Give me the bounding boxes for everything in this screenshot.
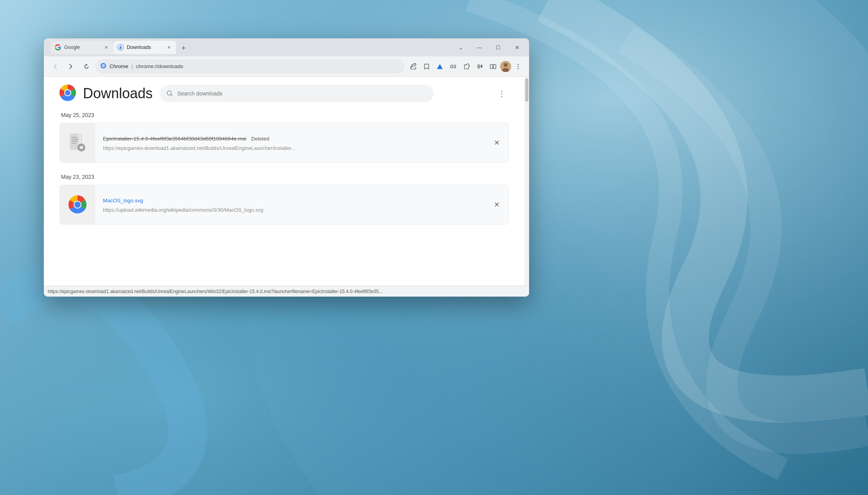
svg-rect-9 — [481, 65, 483, 67]
page-title: Downloads — [83, 85, 153, 102]
svg-rect-11 — [493, 64, 496, 68]
item-filename-epic: EpicInstaller-15.4.0-4feef6f3e3564bf38d4… — [103, 136, 246, 142]
item-header-macos: MacOS_logo.svg — [103, 197, 482, 204]
search-icon — [166, 90, 173, 97]
download-item-macos: MacOS_logo.svg https://upload.wikimedia.… — [59, 185, 509, 225]
item-url-epic: https://epicgames-download1.akamaized.ne… — [103, 145, 369, 151]
share-button[interactable] — [407, 60, 420, 73]
date-label-may25: May 25, 2023 — [59, 112, 509, 118]
svg-rect-32 — [78, 147, 80, 148]
svg-rect-6 — [477, 65, 480, 65]
date-section-may25: May 25, 2023 — [59, 112, 509, 163]
download-item-epic: EpicInstaller-15.4.0-4feef6f3e3564bf38d4… — [59, 123, 509, 163]
item-status-epic: Deleted — [251, 136, 270, 142]
svg-rect-31 — [81, 149, 82, 150]
scrollbar-track[interactable] — [524, 77, 529, 286]
page-content: Downloads ⋮ May 25, 2023 — [44, 77, 524, 286]
status-bar: https://epicgames-download1.akamaized.ne… — [44, 286, 529, 297]
svg-rect-5 — [454, 65, 456, 68]
item-icon-macos — [60, 185, 95, 224]
atriangle-button[interactable] — [434, 60, 446, 73]
scrollbar-thumb[interactable] — [525, 78, 528, 102]
date-section-may23: May 23, 2023 — [59, 174, 509, 225]
chrome-menu-button[interactable] — [512, 60, 524, 73]
tab-downloads[interactable]: Downloads ✕ — [113, 41, 176, 54]
downloads-favicon-icon — [117, 44, 124, 50]
svg-point-15 — [518, 64, 519, 65]
svg-point-16 — [518, 66, 519, 67]
svg-point-36 — [74, 202, 81, 208]
main-content: Downloads ⋮ May 25, 2023 — [44, 77, 529, 286]
chevron-down-button[interactable]: ⌄ — [452, 41, 470, 54]
minimize-button[interactable]: — — [470, 41, 488, 54]
search-bar[interactable] — [160, 85, 434, 102]
toolbar: Chrome | chrome://downloads — [44, 56, 529, 77]
extensions-button[interactable] — [460, 60, 473, 73]
downloads-tab-title: Downloads — [127, 45, 162, 50]
bookmark-button[interactable] — [420, 60, 433, 73]
google-favicon-icon — [55, 44, 61, 50]
browser-window: Google ✕ Downloads ✕ + ⌄ — — [44, 38, 529, 297]
item-header-epic: EpicInstaller-15.4.0-4feef6f3e3564bf38d4… — [103, 135, 482, 142]
new-tab-button[interactable]: + — [178, 42, 189, 54]
svg-point-3 — [101, 63, 106, 68]
item-close-button-epic[interactable]: ✕ — [490, 136, 504, 150]
maximize-button[interactable]: ☐ — [489, 41, 507, 54]
split-view-button[interactable] — [487, 60, 499, 73]
bracket-button[interactable] — [447, 60, 459, 73]
back-button[interactable] — [49, 60, 62, 73]
close-button[interactable]: ✕ — [508, 41, 526, 54]
item-close-button-macos[interactable]: ✕ — [490, 198, 504, 212]
address-separator: | — [131, 63, 133, 69]
item-details-epic: EpicInstaller-15.4.0-4feef6f3e3564bf38d4… — [95, 128, 490, 158]
svg-rect-26 — [72, 141, 78, 142]
svg-rect-25 — [72, 139, 79, 140]
svg-rect-10 — [490, 64, 493, 68]
chrome-file-icon — [68, 195, 87, 214]
chrome-logo-icon — [59, 85, 76, 103]
svg-rect-27 — [72, 143, 76, 144]
profile-avatar[interactable] — [500, 61, 511, 72]
search-input[interactable] — [177, 90, 427, 97]
reload-button[interactable] — [80, 60, 93, 73]
svg-rect-33 — [83, 147, 85, 148]
status-bar-url: https://epicgames-download1.akamaized.ne… — [48, 289, 383, 294]
page-header: Downloads ⋮ — [59, 85, 509, 103]
svg-rect-24 — [72, 137, 77, 138]
forward-button[interactable] — [64, 60, 77, 73]
svg-rect-7 — [477, 66, 480, 67]
tabs-area: Google ✕ Downloads ✕ + — [47, 41, 452, 54]
list-button[interactable] — [474, 60, 486, 73]
svg-point-20 — [65, 90, 70, 95]
toolbar-actions — [407, 60, 524, 73]
msi-file-icon — [68, 133, 87, 153]
address-site-name: Chrome — [110, 63, 128, 69]
downloads-more-options-button[interactable]: ⋮ — [495, 86, 509, 101]
svg-rect-4 — [451, 65, 453, 68]
downloads-tab-close-icon[interactable]: ✕ — [165, 44, 172, 51]
svg-point-17 — [518, 68, 519, 69]
address-bar-favicon-icon — [100, 63, 106, 70]
date-label-may23: May 23, 2023 — [59, 174, 509, 180]
window-controls: ⌄ — ☐ ✕ — [452, 41, 526, 54]
svg-rect-8 — [477, 67, 480, 68]
google-tab-title: Google — [64, 45, 99, 50]
item-filename-link-macos[interactable]: MacOS_logo.svg — [103, 198, 143, 203]
address-url: chrome://downloads — [136, 63, 184, 69]
svg-point-13 — [504, 63, 508, 67]
item-url-macos: https://upload.wikimedia.org/wikipedia/c… — [103, 207, 369, 213]
item-details-macos: MacOS_logo.svg https://upload.wikimedia.… — [95, 190, 490, 220]
tab-google[interactable]: Google ✕ — [51, 41, 113, 54]
google-tab-close-icon[interactable]: ✕ — [103, 44, 110, 51]
address-bar[interactable]: Chrome | chrome://downloads — [95, 59, 405, 74]
title-bar: Google ✕ Downloads ✕ + ⌄ — — [44, 38, 529, 56]
svg-rect-30 — [81, 145, 82, 146]
item-icon-epic — [60, 123, 95, 162]
